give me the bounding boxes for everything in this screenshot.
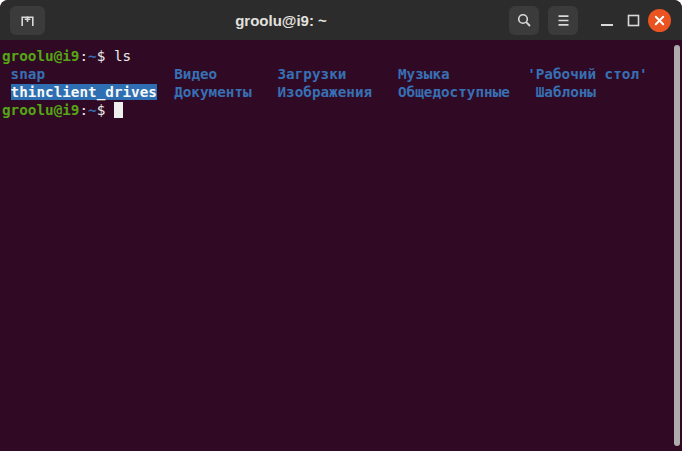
terminal-text-segment xyxy=(252,84,278,100)
prompt-user-host: groolu@i9 xyxy=(2,102,79,118)
search-button[interactable] xyxy=(509,6,539,35)
dir-name: Шаблоны xyxy=(536,84,596,100)
terminal-content: groolu@i9:~$ ls snap Видео Загрузки Музы… xyxy=(0,40,682,119)
terminal-cursor xyxy=(114,102,123,118)
menu-button[interactable] xyxy=(548,6,578,35)
minimize-button[interactable] xyxy=(594,0,620,40)
dir-name: Общедоступные xyxy=(398,84,510,100)
terminal-text-segment: : xyxy=(79,48,88,64)
minimize-icon xyxy=(600,23,614,27)
terminal-text-segment: $ xyxy=(97,102,114,118)
terminal-text-segment xyxy=(2,66,11,82)
prompt-path: ~ xyxy=(88,48,97,64)
dir-name: 'Рабочий стол' xyxy=(527,66,648,82)
dir-name: Видео xyxy=(174,66,217,82)
close-x-icon xyxy=(648,9,671,32)
dir-name: Загрузки xyxy=(277,66,346,82)
dir-name: snap xyxy=(11,66,45,82)
close-button[interactable] xyxy=(646,0,672,40)
maximize-icon xyxy=(627,14,640,27)
terminal-text-segment xyxy=(217,66,277,82)
prompt-user-host: groolu@i9 xyxy=(2,48,79,64)
prompt-path: ~ xyxy=(88,102,97,118)
window-title: groolu@i9: ~ xyxy=(80,0,482,40)
command-text: ls xyxy=(114,48,131,64)
dir-name: Музыка xyxy=(398,66,450,82)
terminal-text-segment xyxy=(45,66,174,82)
terminal-screen[interactable]: groolu@i9:~$ ls snap Видео Загрузки Музы… xyxy=(0,40,682,451)
terminal-text-segment xyxy=(372,84,398,100)
terminal-text-segment xyxy=(510,84,536,100)
terminal-text-segment xyxy=(450,66,527,82)
scrollbar-thumb[interactable] xyxy=(674,45,680,446)
terminal-text-segment xyxy=(346,66,398,82)
search-icon xyxy=(516,12,533,29)
terminal-line: thinclient_drives Документы Изображения … xyxy=(2,83,682,101)
maximize-button[interactable] xyxy=(620,0,646,40)
terminal-line: snap Видео Загрузки Музыка 'Рабочий стол… xyxy=(2,65,682,83)
selected-dir-name: thinclient_drives xyxy=(11,84,157,100)
terminal-text-segment: $ xyxy=(97,48,114,64)
terminal-text-segment xyxy=(157,84,174,100)
new-tab-button[interactable] xyxy=(10,6,45,35)
terminal-text-segment xyxy=(2,84,11,100)
header-bar[interactable]: groolu@i9: ~ xyxy=(0,0,682,40)
terminal-window: groolu@i9: ~ xyxy=(0,0,682,451)
hamburger-menu-icon xyxy=(556,14,571,27)
tab-new-icon xyxy=(19,12,36,29)
terminal-line: groolu@i9:~$ ls xyxy=(2,47,682,65)
terminal-line: groolu@i9:~$ xyxy=(2,101,682,119)
terminal-text-segment: : xyxy=(79,102,88,118)
dir-name: Документы xyxy=(174,84,251,100)
header-controls xyxy=(509,0,672,40)
dir-name: Изображения xyxy=(277,84,372,100)
